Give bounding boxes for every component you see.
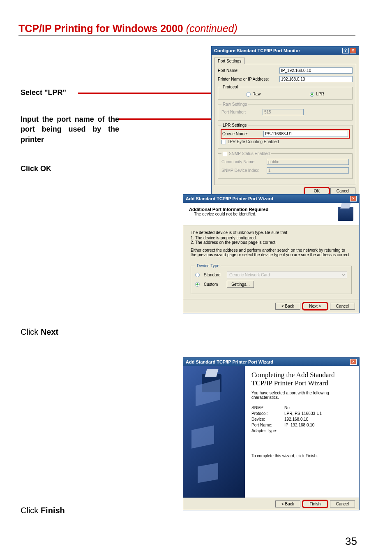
finish-button[interactable]: Finish bbox=[303, 500, 327, 507]
instruction-click-ok: Click OK bbox=[21, 164, 51, 173]
raw-port-input bbox=[263, 109, 304, 115]
dlg2-header-sub: The device could not be identified. bbox=[189, 212, 338, 216]
click-prefix-2: Click bbox=[21, 327, 41, 336]
dev-v: 192.168.0.10 bbox=[284, 417, 308, 422]
radio-raw[interactable]: Raw bbox=[246, 92, 261, 97]
snmp-enabled-label: SNMP Status Enabled bbox=[229, 151, 270, 156]
snmp-check-legend[interactable]: SNMP Status Enabled bbox=[221, 151, 271, 156]
next-button[interactable]: Next > bbox=[303, 303, 327, 310]
printer-icon bbox=[338, 207, 353, 221]
raw-port-label: Port Number: bbox=[221, 110, 263, 114]
community-label: Community Name: bbox=[221, 160, 267, 164]
dlg2-line3: 2. The address on the previous page is c… bbox=[191, 240, 352, 245]
dlg2-header-title: Additional Port Information Required bbox=[189, 207, 338, 212]
back-button[interactable]: < Back bbox=[275, 303, 300, 310]
completing-intro: You have selected a port with the follow… bbox=[251, 391, 353, 400]
printer-addr-input[interactable] bbox=[279, 76, 353, 82]
printer-addr-label: Printer Name or IP Address: bbox=[218, 77, 279, 81]
snmp-v: No bbox=[284, 405, 290, 410]
settings-button[interactable]: Settings... bbox=[227, 281, 254, 288]
completing-heading: Completing the Add Standard TCP/IP Print… bbox=[251, 371, 353, 387]
radio-standard[interactable] bbox=[195, 273, 200, 277]
lpr-settings-legend: LPR Settings bbox=[221, 123, 248, 127]
close-icon[interactable]: × bbox=[350, 196, 357, 202]
dlg2-line2: 1. The device is properly configured. bbox=[191, 236, 352, 240]
page-title: TCP/IP Printing for Windows 2000 (contin… bbox=[18, 23, 238, 35]
radio-lpr[interactable]: LPR bbox=[310, 92, 324, 97]
dlg2-line1: The detected device is of unknown type. … bbox=[191, 230, 352, 235]
port-v: IP_192.168.0.10 bbox=[284, 423, 314, 427]
lpr-label: LPR bbox=[316, 92, 324, 96]
lpr-byte-label: LPR Byte Counting Enabled bbox=[228, 139, 279, 144]
device-type-legend: Device Type bbox=[195, 264, 221, 268]
summary-list: SNMP:No Protocol:LPR, PS-116633-U1 Devic… bbox=[251, 405, 353, 433]
click-prefix: Click bbox=[21, 164, 40, 173]
title-main: TCP/IP Printing for Windows 2000 bbox=[18, 23, 183, 34]
instruction-click-next: Click Next bbox=[21, 327, 58, 337]
dialog1-titlebar: Configure Standard TCP/IP Port Monitor ?… bbox=[212, 46, 359, 55]
arrow-to-queue bbox=[119, 118, 212, 120]
standard-label: Standard bbox=[204, 273, 224, 277]
raw-label: Raw bbox=[252, 92, 261, 96]
click-next-bold: Next bbox=[41, 327, 58, 336]
finish-wizard-dialog: Add Standard TCP/IP Printer Port Wizard … bbox=[183, 357, 360, 510]
completing-footer: To complete this wizard, click Finish. bbox=[251, 454, 353, 458]
queue-name-label: Queue Name: bbox=[222, 132, 263, 136]
dlg2-para2: Either correct the address and perform a… bbox=[191, 248, 352, 257]
title-continued: (continued) bbox=[183, 23, 238, 34]
snmp-index-input bbox=[267, 167, 349, 174]
configure-port-dialog: Configure Standard TCP/IP Port Monitor ?… bbox=[211, 46, 359, 198]
queue-name-input[interactable] bbox=[263, 131, 348, 137]
snmp-k: SNMP: bbox=[251, 405, 284, 410]
instruction-input-port: Input the port name of the port being us… bbox=[21, 114, 119, 144]
dialog3-title: Add Standard TCP/IP Printer Port Wizard bbox=[186, 359, 349, 364]
port-name-input[interactable] bbox=[279, 67, 353, 74]
proto-v: LPR, PS-116633-U1 bbox=[284, 411, 322, 416]
port-k: Port Name: bbox=[251, 423, 284, 427]
click-ok-bold: OK bbox=[40, 164, 51, 173]
page-number: 35 bbox=[345, 535, 357, 548]
instruction-select-lpr: Select "LPR" bbox=[21, 88, 66, 97]
click-finish-bold: Finish bbox=[41, 506, 65, 515]
radio-custom[interactable] bbox=[195, 282, 200, 287]
wizard-graphic bbox=[183, 366, 245, 498]
cancel-button[interactable]: Cancel bbox=[330, 500, 355, 507]
cancel-button[interactable]: Cancel bbox=[330, 303, 355, 310]
arrow-to-lpr bbox=[78, 93, 214, 94]
community-input bbox=[267, 159, 349, 165]
title-underline bbox=[18, 35, 355, 36]
click-prefix-3: Click bbox=[21, 506, 41, 515]
ok-button[interactable]: OK bbox=[304, 188, 329, 195]
standard-select: Generic Network Card bbox=[227, 271, 347, 278]
back-button[interactable]: < Back bbox=[275, 500, 300, 507]
raw-settings-legend: Raw Settings bbox=[221, 102, 248, 107]
close-icon[interactable]: × bbox=[350, 48, 356, 53]
dev-k: Device: bbox=[251, 417, 284, 422]
custom-label: Custom bbox=[204, 282, 224, 287]
dialog2-titlebar: Add Standard TCP/IP Printer Port Wizard … bbox=[183, 195, 359, 203]
tab-port-settings[interactable]: Port Settings bbox=[214, 58, 245, 64]
help-icon[interactable]: ? bbox=[342, 48, 349, 53]
add-port-wizard-dialog: Add Standard TCP/IP Printer Port Wizard … bbox=[183, 194, 360, 313]
protocol-legend: Protocol bbox=[221, 85, 239, 89]
adapter-k: Adapter Type: bbox=[251, 429, 284, 433]
lpr-byte-check[interactable]: LPR Byte Counting Enabled bbox=[221, 139, 349, 144]
close-icon[interactable]: × bbox=[350, 359, 357, 365]
cancel-button[interactable]: Cancel bbox=[330, 188, 355, 195]
instruction-click-finish: Click Finish bbox=[21, 506, 65, 515]
dialog1-title: Configure Standard TCP/IP Port Monitor bbox=[214, 48, 341, 53]
snmp-index-label: SNMP Device Index: bbox=[221, 168, 267, 173]
port-name-label: Port Name: bbox=[218, 68, 279, 73]
dialog2-title: Add Standard TCP/IP Printer Port Wizard bbox=[186, 196, 349, 201]
proto-k: Protocol: bbox=[251, 411, 284, 416]
dialog3-titlebar: Add Standard TCP/IP Printer Port Wizard … bbox=[183, 358, 359, 366]
